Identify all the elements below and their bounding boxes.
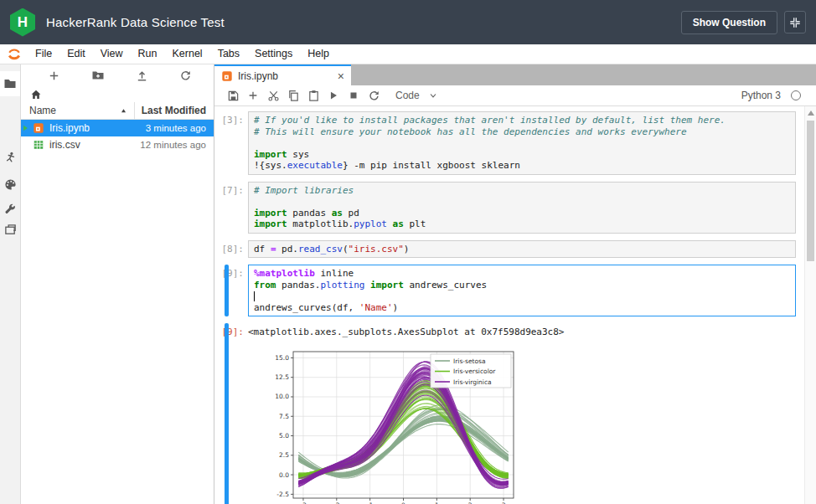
stop-kernel-button[interactable]: [343, 86, 364, 105]
csv-file-icon-wrap: [32, 138, 45, 152]
column-header-name[interactable]: Name: [21, 105, 134, 116]
menu-item-run[interactable]: Run: [131, 48, 165, 59]
menu-item-view[interactable]: View: [93, 48, 131, 59]
save-button[interactable]: [223, 86, 243, 105]
run-cell-button[interactable]: [323, 86, 343, 105]
matplotlib-figure: -3-2-10123-2.50.02.55.07.510.012.515.0Ir…: [275, 346, 519, 504]
token-kw: import: [254, 149, 287, 160]
copy-cells-button[interactable]: [283, 86, 303, 105]
menu-item-file[interactable]: File: [28, 48, 59, 59]
show-question-button[interactable]: Show Question: [681, 11, 777, 34]
paste-cells-button[interactable]: [303, 86, 323, 105]
svg-text:0.0: 0.0: [279, 471, 289, 479]
column-header-last-modified[interactable]: Last Modified: [134, 102, 214, 119]
token-pl: sys: [287, 149, 310, 160]
cell-list: [3]:# If you'd like to install packages …: [214, 111, 816, 504]
new-folder-icon: [91, 69, 105, 82]
legend: Iris-setosaIris-versicolorIris-virginica: [431, 354, 511, 388]
code-line: [254, 196, 790, 208]
cell-input-prompt: [8]:: [214, 240, 248, 259]
token-pl: matplotlib.: [287, 219, 354, 229]
code-line: # This will ensure your notebook has all…: [254, 126, 790, 138]
add-cell-button[interactable]: [243, 86, 263, 105]
kernel-status-indicator[interactable]: [791, 90, 801, 100]
folder-icon: [3, 77, 17, 90]
cell-output-prompt: [9]:: [214, 323, 248, 504]
wrench-icon: [4, 203, 17, 216]
header-actions: Show Question: [681, 11, 806, 34]
paste-icon: [307, 90, 320, 102]
token-pl: !{sys.: [254, 160, 287, 171]
code-line: # Import libraries: [254, 185, 790, 197]
running-person-icon: [4, 152, 17, 164]
copy-icon: [287, 90, 300, 102]
kernel-running-indicator: [23, 125, 29, 131]
code-cell-editor[interactable]: # If you'd like to install packages that…: [248, 111, 796, 175]
scroll-up-arrow[interactable]: [808, 111, 814, 116]
sidebar-item-file-browser[interactable]: [0, 71, 20, 96]
code-cell-editor[interactable]: # Import libraries import pandas as pdim…: [248, 182, 796, 234]
token-pl: ): [404, 244, 410, 255]
cell-collapser[interactable]: [225, 182, 229, 234]
upload-button[interactable]: [132, 66, 151, 85]
kernel-area: Python 3: [741, 90, 808, 101]
breadcrumb: [21, 86, 214, 102]
stop-icon: [348, 90, 359, 101]
tab-iris-ipynb[interactable]: Iris.ipynb ×: [214, 64, 351, 85]
menu-item-kernel[interactable]: Kernel: [165, 48, 210, 59]
output-collapser[interactable]: [225, 323, 229, 504]
new-folder-button[interactable]: [89, 66, 107, 85]
file-row[interactable]: Iris.ipynb3 minutes ago: [21, 120, 214, 136]
sort-ascending-icon: [120, 107, 127, 115]
sidebar-item-running-sessions[interactable]: [0, 145, 20, 170]
menu-item-edit[interactable]: Edit: [59, 48, 93, 59]
token-pl: (: [343, 244, 349, 255]
collapse-icon: [789, 17, 801, 28]
cut-cells-button[interactable]: [263, 86, 283, 105]
collapse-fullscreen-button[interactable]: [784, 11, 806, 33]
svg-text:5.0: 5.0: [279, 432, 289, 440]
code-line: from pandas.plotting import andrews_curv…: [254, 280, 790, 291]
cell-type-select[interactable]: Code: [395, 90, 438, 101]
token-pl: pandas: [287, 208, 332, 219]
palette-icon: [4, 178, 17, 191]
scrollbar-thumb[interactable]: [807, 121, 814, 261]
code-cell-editor[interactable]: %matplotlib inlinefrom pandas.plotting i…: [248, 265, 796, 316]
file-list: Iris.ipynb3 minutes agoiris.csv12 minute…: [21, 120, 214, 153]
cell-row: [3]:# If you'd like to install packages …: [214, 111, 816, 175]
close-tab-icon[interactable]: ×: [338, 70, 344, 82]
sidebar-item-open-tabs[interactable]: [0, 217, 20, 242]
svg-text:2.5: 2.5: [279, 451, 289, 459]
token-cm: # If you'd like to install packages that…: [254, 115, 726, 126]
menu-item-settings[interactable]: Settings: [247, 48, 300, 59]
code-cell-editor[interactable]: df = pd.read_csv("iris.csv"): [248, 240, 796, 259]
cell-type-label: Code: [395, 90, 420, 101]
run-icon: [328, 90, 339, 101]
code-line: df = pd.read_csv("iris.csv"): [254, 244, 790, 255]
code-line: import pandas as pd: [254, 208, 790, 219]
token-pr: pyplot: [354, 219, 387, 229]
notebook-scrollbar[interactable]: [804, 106, 816, 504]
token-st: 'Name': [359, 302, 393, 313]
refresh-file-list-button[interactable]: [177, 66, 195, 85]
header: H HackerRank Data Science Test Show Ques…: [0, 0, 816, 44]
file-row[interactable]: iris.csv12 minutes ago: [21, 136, 214, 153]
notebook-icon: [221, 70, 233, 82]
cell-collapser[interactable]: [225, 240, 229, 259]
jupyter-logo-icon: [6, 46, 23, 63]
sidebar-item-command-palette[interactable]: [0, 172, 20, 197]
tabs-icon: [4, 224, 17, 236]
new-launcher-button[interactable]: [44, 66, 63, 85]
home-icon[interactable]: [30, 89, 42, 100]
jupyter-menubar: FileEditViewRunKernelTabsSettingsHelp: [0, 44, 816, 64]
token-kw: as: [393, 219, 404, 229]
cell-collapser[interactable]: [225, 265, 229, 316]
menu-item-help[interactable]: Help: [300, 48, 337, 59]
cell-collapser[interactable]: [225, 111, 229, 175]
token-kw: import: [254, 219, 287, 229]
token-pl: pd.: [276, 244, 299, 255]
menu-item-tabs[interactable]: Tabs: [210, 48, 247, 59]
restart-icon: [368, 90, 380, 102]
restart-kernel-button[interactable]: [364, 86, 384, 105]
svg-text:Iris-setosa: Iris-setosa: [453, 357, 486, 365]
